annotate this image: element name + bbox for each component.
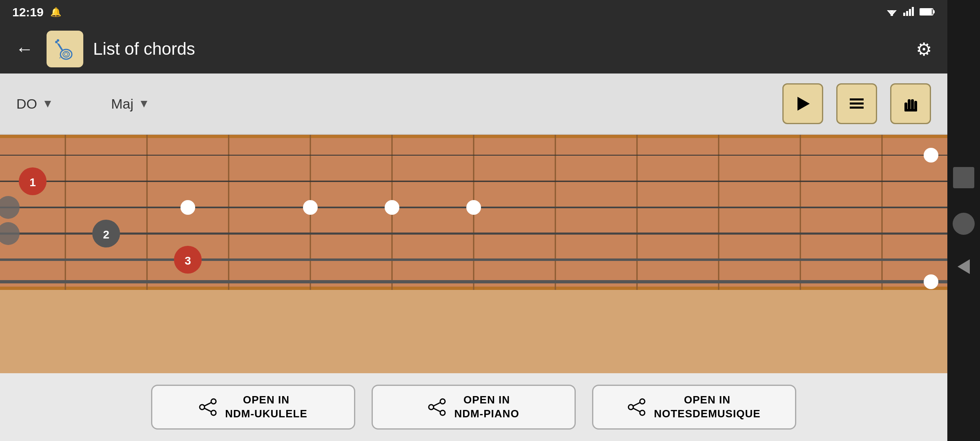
- chord-root-dropdown[interactable]: DO ▼: [16, 96, 98, 112]
- open-in-notes-button[interactable]: OPEN INNOTESDEMUSIQUE: [592, 385, 796, 430]
- settings-button[interactable]: ⚙: [913, 36, 935, 63]
- svg-text:3: 3: [185, 254, 191, 267]
- back-button[interactable]: ←: [12, 36, 37, 62]
- svg-point-70: [440, 399, 445, 404]
- svg-text:2: 2: [103, 228, 109, 241]
- svg-point-63: [924, 274, 938, 289]
- open-in-ukulele-label: OPEN INNDM-UKULELE: [225, 393, 307, 421]
- svg-line-77: [633, 403, 640, 406]
- content-area: DO ▼ Maj ▼: [0, 74, 947, 441]
- sidebar-square[interactable]: [953, 167, 974, 188]
- svg-point-66: [211, 410, 216, 415]
- wifi-icon: [885, 6, 898, 19]
- svg-rect-6: [909, 9, 911, 16]
- svg-point-60: [303, 200, 318, 215]
- svg-point-71: [440, 410, 445, 415]
- svg-rect-22: [850, 98, 864, 100]
- signal-icon: [903, 6, 915, 19]
- svg-point-59: [180, 200, 195, 215]
- chord-type-arrow: ▼: [138, 97, 150, 110]
- chord-root-value: DO: [16, 96, 37, 112]
- notes-button[interactable]: [836, 83, 877, 124]
- svg-point-69: [429, 405, 434, 410]
- svg-point-64: [200, 405, 205, 410]
- svg-point-65: [211, 399, 216, 404]
- svg-point-75: [640, 399, 645, 404]
- right-sidebar: [947, 0, 980, 441]
- svg-point-18: [57, 39, 59, 42]
- app-icon: ♪: [47, 31, 83, 67]
- fretboard: 1 2 3: [0, 135, 947, 373]
- play-button[interactable]: [782, 83, 823, 124]
- svg-point-74: [628, 405, 633, 410]
- bottom-buttons: OPEN INNDM-UKULELE OPEN INNDM-PIANO: [0, 373, 947, 441]
- svg-line-73: [434, 408, 440, 412]
- svg-rect-29: [904, 109, 917, 111]
- status-time: 12:19: [12, 5, 44, 19]
- svg-rect-23: [850, 102, 864, 105]
- chord-root-arrow: ▼: [42, 97, 53, 110]
- sidebar-back-arrow[interactable]: [958, 259, 970, 274]
- svg-text:♪: ♪: [59, 53, 62, 60]
- chord-type-value: Maj: [111, 96, 134, 112]
- open-in-notes-label: OPEN INNOTESDEMUSIQUE: [654, 393, 760, 421]
- svg-rect-5: [906, 11, 908, 16]
- page-title: List of chords: [93, 39, 903, 59]
- svg-line-72: [434, 403, 440, 406]
- open-in-piano-button[interactable]: OPEN INNDM-PIANO: [372, 385, 576, 430]
- svg-point-62: [466, 200, 481, 215]
- top-bar: ← ♪ List of chords: [0, 24, 947, 74]
- open-in-piano-label: OPEN INNDM-PIANO: [454, 393, 519, 421]
- svg-rect-4: [903, 13, 905, 16]
- sim-icon: 🔔: [50, 7, 61, 18]
- sidebar-circle[interactable]: [953, 213, 975, 235]
- status-bar: 12:19 🔔: [0, 0, 947, 24]
- svg-rect-7: [912, 7, 914, 16]
- svg-line-67: [205, 403, 211, 406]
- svg-text:1: 1: [29, 176, 36, 189]
- svg-line-68: [205, 408, 211, 412]
- svg-rect-10: [933, 10, 935, 13]
- chord-type-dropdown[interactable]: Maj ▼: [111, 96, 193, 112]
- controls-row: DO ▼ Maj ▼: [0, 74, 947, 135]
- hand-button[interactable]: [890, 83, 931, 124]
- svg-rect-24: [850, 107, 864, 109]
- battery-icon: [920, 6, 935, 19]
- svg-point-61: [385, 200, 399, 215]
- svg-point-58: [924, 148, 938, 163]
- svg-marker-21: [797, 97, 810, 111]
- svg-point-76: [640, 410, 645, 415]
- svg-rect-9: [920, 9, 932, 15]
- svg-line-78: [633, 408, 640, 412]
- open-in-ukulele-button[interactable]: OPEN INNDM-UKULELE: [151, 385, 355, 430]
